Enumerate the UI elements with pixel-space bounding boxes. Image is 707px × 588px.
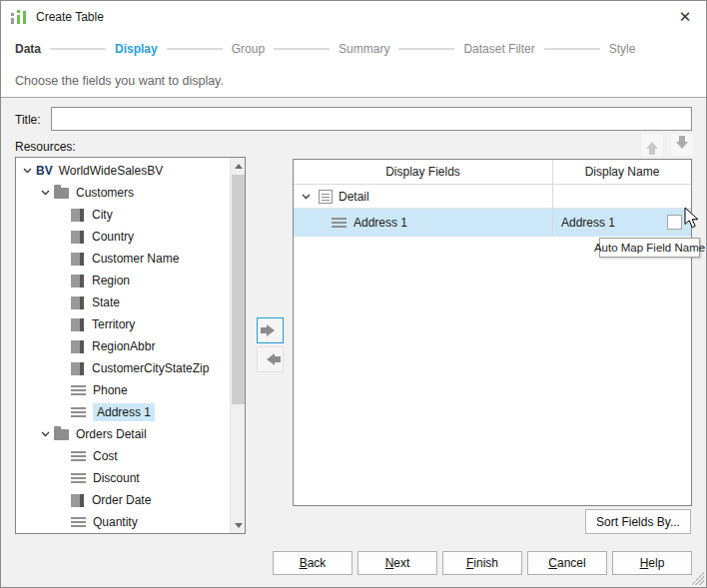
resize-grip[interactable]	[691, 572, 704, 585]
tree-scrollbar[interactable]	[230, 158, 245, 533]
display-fields-table: Display Fields Display Name Detail Addre…	[293, 159, 692, 506]
tree-item-phone[interactable]: Phone	[16, 379, 229, 401]
tree-item-label: RegionAbbr	[92, 339, 155, 353]
folder-icon	[54, 188, 69, 199]
next-button[interactable]: Next	[357, 551, 437, 575]
sort-fields-by-button[interactable]: Sort Fields By...	[585, 509, 691, 534]
move-up-button[interactable]	[640, 133, 664, 157]
detail-row-label: Detail	[339, 190, 369, 204]
title-field-label: Title:	[15, 113, 41, 127]
scroll-up-icon[interactable]	[231, 158, 246, 174]
step-style[interactable]: Style	[609, 42, 636, 56]
header-display-fields[interactable]: Display Fields	[294, 160, 553, 184]
scrollbar-thumb[interactable]	[232, 175, 245, 404]
tree-item-cost[interactable]: Cost	[16, 445, 229, 467]
text-field-icon	[71, 384, 86, 396]
column-field-icon	[71, 296, 84, 309]
tree-item-address-1[interactable]: Address 1	[16, 401, 229, 423]
tree-item-customer-name[interactable]: Customer Name	[16, 248, 229, 270]
create-table-dialog: Create Table ✕ Data Display Group Summar…	[0, 0, 707, 588]
arrow-down-icon	[676, 142, 688, 149]
step-connector	[167, 48, 223, 50]
resources-label: Resources:	[15, 140, 76, 154]
step-display[interactable]: Display	[115, 42, 158, 56]
step-data[interactable]: Data	[15, 42, 41, 56]
tree-item-label: Customers	[76, 186, 134, 200]
step-connector	[398, 48, 454, 50]
tree-item-label: CustomerCityStateZip	[92, 361, 209, 375]
tree-item-worldwidesalesbv[interactable]: BV WorldWideSalesBV	[16, 160, 229, 182]
tree-item-regionabbr[interactable]: RegionAbbr	[16, 335, 229, 357]
text-field-icon	[332, 217, 347, 229]
wizard-steps: Data Display Group Summary Dataset Filte…	[1, 33, 706, 64]
tree-item-label-selected: Address 1	[93, 403, 155, 421]
auto-map-checkbox[interactable]	[667, 215, 682, 230]
business-view-icon: BV	[36, 164, 53, 178]
tree-item-country[interactable]: Country	[16, 226, 229, 248]
tree-item-label: Cost	[93, 449, 118, 463]
tree-item-label: Territory	[92, 317, 135, 331]
move-down-button[interactable]	[670, 133, 694, 157]
tree-item-order-date[interactable]: Order Date	[16, 489, 229, 511]
table-row-address-1[interactable]: Address 1 Address 1	[294, 209, 691, 237]
tree-item-territory[interactable]: Territory	[16, 313, 229, 335]
tree-item-label: Orders Detail	[76, 427, 147, 441]
folder-icon	[54, 429, 69, 440]
detail-display-name-cell[interactable]	[553, 185, 691, 208]
chevron-down-icon[interactable]	[21, 165, 33, 177]
help-button[interactable]: Help	[612, 551, 692, 575]
column-field-icon	[71, 362, 84, 375]
resources-tree: BV WorldWideSalesBV Customers City Count…	[15, 157, 246, 534]
tree-item-label: Customer Name	[92, 252, 179, 266]
chevron-down-icon[interactable]	[39, 428, 51, 440]
step-dataset-filter[interactable]: Dataset Filter	[463, 42, 534, 56]
cancel-button[interactable]: Cancel	[527, 551, 607, 575]
tree-item-region[interactable]: Region	[16, 270, 229, 292]
text-field-icon	[71, 516, 86, 528]
step-summary[interactable]: Summary	[339, 42, 389, 56]
remove-field-button[interactable]	[257, 346, 284, 372]
arrow-up-icon	[646, 142, 658, 149]
arrow-right-icon	[267, 324, 275, 336]
title-input[interactable]	[51, 107, 692, 131]
column-field-icon	[71, 340, 84, 353]
mouse-cursor	[684, 207, 702, 231]
column-field-icon	[71, 231, 84, 244]
chevron-down-icon[interactable]	[39, 187, 51, 199]
chevron-down-icon[interactable]	[300, 191, 312, 203]
tree-item-city[interactable]: City	[16, 204, 229, 226]
scroll-down-icon[interactable]	[231, 517, 246, 533]
wizard-subtitle: Choose the fields you want to display.	[1, 64, 706, 98]
table-row-detail[interactable]: Detail	[294, 185, 691, 209]
tree-item-quantity[interactable]: Quantity	[16, 511, 229, 533]
finish-button[interactable]: Finish	[442, 551, 522, 575]
tree-item-label: Quantity	[93, 515, 138, 529]
tree-item-discount[interactable]: Discount	[16, 467, 229, 489]
step-group[interactable]: Group	[232, 42, 265, 56]
tree-item-label: Country	[92, 230, 134, 244]
tree-item-customers[interactable]: Customers	[16, 182, 229, 204]
add-field-button[interactable]	[257, 317, 284, 343]
column-field-icon	[71, 209, 84, 222]
tree-item-label: Discount	[93, 471, 140, 485]
tree-item-customercitystatezip[interactable]: CustomerCityStateZip	[16, 357, 229, 379]
close-icon[interactable]: ✕	[674, 6, 696, 28]
auto-map-tooltip: Auto Map Field Name	[599, 238, 700, 258]
column-field-icon	[71, 494, 84, 507]
back-button[interactable]: Back	[273, 551, 353, 575]
display-name-value[interactable]: Address 1	[561, 216, 615, 230]
tree-item-label: WorldWideSalesBV	[59, 164, 163, 178]
title-bar: Create Table ✕	[1, 1, 706, 33]
text-field-icon	[71, 406, 86, 418]
header-display-name[interactable]: Display Name	[553, 160, 691, 184]
tree-item-label: State	[92, 295, 120, 309]
tree-item-state[interactable]: State	[16, 292, 229, 313]
app-chart-icon	[11, 9, 28, 25]
field-row-label: Address 1	[354, 216, 407, 230]
step-connector	[274, 48, 330, 50]
tree-item-label: City	[92, 208, 113, 222]
text-field-icon	[71, 472, 86, 484]
tree-item-label: Phone	[93, 383, 128, 397]
tree-item-orders-detail[interactable]: Orders Detail	[16, 423, 229, 445]
text-field-icon	[71, 450, 86, 462]
